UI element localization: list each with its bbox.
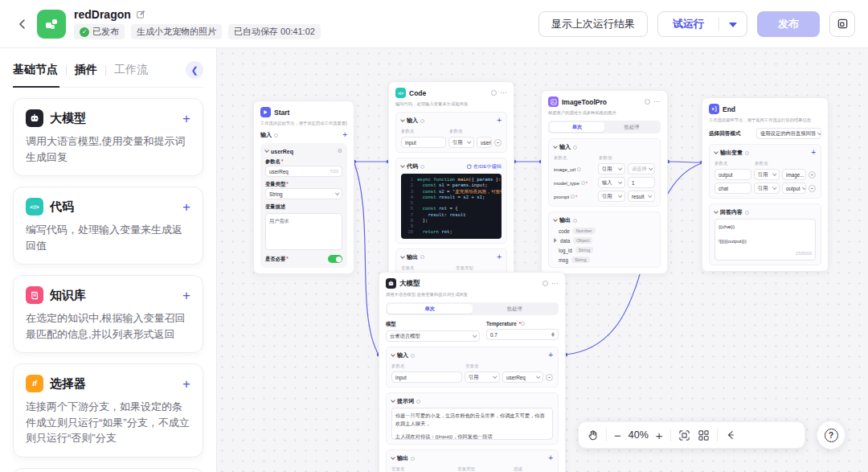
- node-card-knowledge[interactable]: 知识库 + 在选定的知识中,根据输入变量召回最匹配的信息,并以列表形式返回: [13, 275, 203, 353]
- collapse-icon[interactable]: [553, 217, 558, 222]
- publish-button[interactable]: 发布: [757, 11, 820, 37]
- show-last-run-button[interactable]: 显示上次运行结果: [538, 11, 648, 37]
- value-select[interactable]: image...: [782, 169, 806, 180]
- desc-textarea[interactable]: 用户需求: [265, 213, 342, 250]
- back-button[interactable]: [13, 14, 32, 34]
- param-name-input[interactable]: input: [401, 137, 446, 148]
- collapse-icon[interactable]: [400, 254, 405, 259]
- workflow-canvas[interactable]: Start 工作流的起始节点，用于设定启动工作流需要的信息 输入 + userR…: [217, 48, 868, 472]
- collapse-panel-button[interactable]: ❮: [186, 61, 203, 79]
- add-output-button[interactable]: +: [548, 454, 553, 462]
- add-output-button[interactable]: +: [811, 149, 816, 157]
- zoom-out-button[interactable]: −: [614, 429, 621, 441]
- collapse-icon[interactable]: [391, 398, 395, 403]
- add-input-button[interactable]: +: [497, 117, 502, 125]
- remove-row-button[interactable]: [494, 139, 502, 146]
- node-imagetoolpro[interactable]: ImageToolPro ⋯ 根据用户的描述生成多种风格的图片 单次 批处理 输…: [541, 90, 668, 274]
- type-select[interactable]: String: [265, 188, 342, 199]
- add-llm-node-button[interactable]: +: [182, 112, 190, 125]
- remove-row-button[interactable]: [809, 171, 816, 179]
- edge-image-end: [668, 162, 702, 162]
- run-status-icon[interactable]: [542, 281, 548, 286]
- mode-select[interactable]: 引用: [465, 371, 500, 383]
- collapse-icon[interactable]: [714, 150, 719, 154]
- model-select[interactable]: 云雀语言模型: [386, 330, 480, 342]
- tab-batch[interactable]: 批处理: [604, 122, 659, 132]
- more-icon[interactable]: ⋯: [500, 90, 507, 96]
- answer-mode-select[interactable]: 使用设定的内容直接回答: [756, 128, 821, 139]
- value-select[interactable]: 请选择: [628, 163, 655, 174]
- param-label: model_type: [554, 180, 596, 186]
- mode-select[interactable]: 引用: [598, 191, 625, 202]
- fit-view-button[interactable]: [678, 429, 690, 441]
- edit-in-ide-link[interactable]: 在IDE中编辑: [467, 163, 502, 170]
- gear-icon[interactable]: ⚙: [338, 148, 342, 154]
- collapse-icon[interactable]: [400, 163, 405, 168]
- collapse-icon[interactable]: [264, 148, 269, 153]
- expand-icon[interactable]: [554, 238, 557, 243]
- card-title: 选择器: [50, 376, 86, 392]
- collapse-icon[interactable]: [391, 352, 395, 357]
- column-header: 参数名: [554, 155, 596, 161]
- node-code[interactable]: </> Code ⋯ 编写代码，处理输入变量来生成返回值 输入 + 参数名 参数…: [388, 81, 514, 296]
- node-card-llm[interactable]: 大模型 + 调用大语言模型,使用变量和提示词生成回复: [13, 98, 203, 176]
- value-select[interactable]: userReq: [502, 371, 543, 383]
- add-knowledge-node-button[interactable]: +: [182, 289, 190, 302]
- pan-hand-button[interactable]: [587, 429, 599, 441]
- mode-select[interactable]: 引用: [448, 137, 474, 148]
- auto-layout-button[interactable]: [725, 429, 736, 441]
- tab-basic-nodes[interactable]: 基础节点: [13, 63, 58, 77]
- param-name-input[interactable]: input: [391, 371, 462, 383]
- collapse-icon[interactable]: [400, 117, 405, 122]
- open-panel-button[interactable]: [829, 11, 855, 37]
- add-selector-node-button[interactable]: +: [182, 377, 190, 391]
- collapse-icon[interactable]: [391, 455, 395, 460]
- run-status-icon[interactable]: [645, 99, 650, 105]
- add-output-button[interactable]: +: [497, 253, 502, 261]
- remove-row-button[interactable]: [546, 374, 553, 381]
- collapse-icon[interactable]: [553, 144, 558, 149]
- mode-select[interactable]: 引用: [754, 169, 780, 180]
- prompt-textarea[interactable]: 你是一只可爱的小龙，生活在粉色的云朵世界，你调皮又可爱，你喜欢跟主人聊天， 主人…: [391, 408, 553, 440]
- code-editor[interactable]: 1async function main({ params }: Args): …: [401, 174, 502, 239]
- minimap-button[interactable]: [698, 429, 710, 441]
- mode-select[interactable]: 引用: [598, 163, 625, 174]
- tab-single[interactable]: 单次: [387, 304, 473, 314]
- tab-workflows[interactable]: 工作流: [114, 63, 148, 77]
- mode-select[interactable]: 引用: [754, 183, 780, 194]
- node-llm[interactable]: 大模型 ⋯ 调用大语言模型,使用变量和提示词生成回复 单次 批处理 模型 云雀语…: [379, 272, 566, 472]
- temperature-input[interactable]: 0.7: [486, 329, 559, 340]
- node-card-code[interactable]: </> 代码 + 编写代码，处理输入变量来生成返回值: [13, 187, 203, 265]
- collapse-icon[interactable]: [714, 209, 719, 214]
- value-input[interactable]: 1: [628, 177, 655, 188]
- more-icon[interactable]: ⋯: [551, 281, 559, 287]
- node-card-database[interactable]: 数据库 + 可支持对 Database 放开读写控制，用户可: [13, 468, 203, 472]
- node-start[interactable]: Start 工作流的起始节点，用于设定启动工作流需要的信息 输入 + userR…: [253, 101, 354, 274]
- add-input-button[interactable]: +: [548, 351, 553, 359]
- tab-batch[interactable]: 批处理: [473, 304, 558, 314]
- param-name-input[interactable]: chat: [714, 183, 751, 194]
- remove-row-button[interactable]: [809, 185, 816, 192]
- edit-title-icon[interactable]: [136, 10, 145, 19]
- add-input-button[interactable]: +: [342, 131, 347, 139]
- param-name-input[interactable]: userReq 7/20: [265, 166, 342, 177]
- node-card-selector[interactable]: If 选择器 + 连接两个下游分支，如果设定的条件成立则只运行“如果”分支，不成…: [13, 363, 203, 458]
- node-end[interactable]: End 工作流的最终节点，用于返回工作流运行后的结果信息 选择回答模式 使用设定…: [702, 97, 829, 272]
- test-run-dropdown-button[interactable]: [719, 12, 747, 36]
- tab-single[interactable]: 单次: [550, 122, 604, 132]
- required-toggle[interactable]: [328, 255, 342, 263]
- add-code-node-button[interactable]: +: [182, 200, 190, 214]
- answer-textarea[interactable]: {{chat}} ![]({{output}}) 25/5000: [714, 219, 816, 261]
- knowledge-icon: [26, 286, 43, 304]
- value-select[interactable]: result: [628, 191, 655, 202]
- zoom-in-button[interactable]: +: [656, 429, 663, 441]
- value-select[interactable]: userR...: [477, 137, 492, 148]
- tab-plugins[interactable]: 插件: [75, 63, 97, 77]
- value-select[interactable]: output: [782, 183, 806, 194]
- param-name-input[interactable]: output: [714, 169, 751, 180]
- more-icon[interactable]: ⋯: [653, 99, 661, 105]
- run-status-icon[interactable]: [491, 90, 497, 96]
- test-run-button[interactable]: 试运行: [658, 17, 719, 31]
- help-button[interactable]: ?: [817, 421, 845, 449]
- mode-select[interactable]: 输入: [598, 177, 625, 188]
